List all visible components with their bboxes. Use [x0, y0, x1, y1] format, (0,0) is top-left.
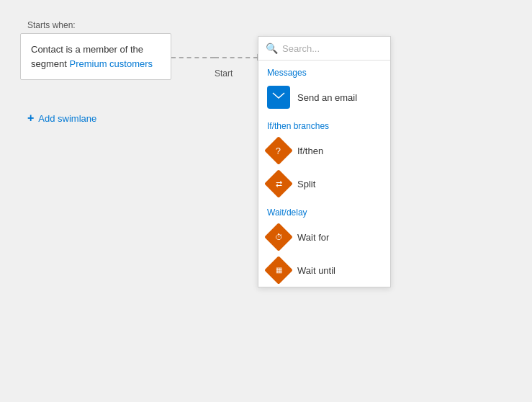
- section-messages-label: Messages: [258, 61, 390, 81]
- search-icon: 🔍: [266, 43, 278, 54]
- dashed-line: [171, 57, 215, 58]
- starts-when-label: Starts when:: [27, 20, 76, 30]
- search-input[interactable]: [282, 43, 403, 54]
- panel-content: Messages Send an email If/then branches …: [258, 61, 390, 287]
- add-swimlane-label: Add swimlane: [38, 113, 96, 124]
- trigger-box: Contact is a member of the segment Premi…: [20, 33, 171, 80]
- item-split[interactable]: ⇄ Split: [258, 167, 390, 200]
- split-icon: ⇄: [267, 172, 290, 195]
- search-bar: 🔍: [258, 37, 390, 61]
- add-swimlane-button[interactable]: + Add swimlane: [27, 112, 96, 125]
- start-label: Start: [215, 68, 233, 79]
- plus-icon: +: [27, 112, 34, 125]
- segment-link[interactable]: Premium customers: [69, 58, 153, 69]
- ifthen-label: If/then: [297, 146, 323, 156]
- wait-for-icon: ⏱: [267, 225, 290, 249]
- action-panel: 🔍 Messages Send an email If/then branche…: [258, 36, 391, 287]
- item-send-email[interactable]: Send an email: [258, 81, 390, 114]
- send-email-label: Send an email: [297, 92, 357, 103]
- wait-until-label: Wait until: [297, 265, 335, 276]
- email-icon: [267, 86, 290, 109]
- wait-until-icon: ▦: [267, 259, 290, 282]
- section-wait-label: Wait/delay: [258, 200, 390, 220]
- wait-for-label: Wait for: [297, 232, 329, 243]
- split-label: Split: [297, 179, 315, 189]
- dashed-line-2: [215, 57, 258, 58]
- item-wait-until[interactable]: ▦ Wait until: [258, 254, 390, 287]
- ifthen-icon: ?: [267, 139, 290, 162]
- section-ifthen-label: If/then branches: [258, 114, 390, 134]
- canvas: Starts when: Contact is a member of the …: [0, 0, 532, 402]
- item-wait-for[interactable]: ⏱ Wait for: [258, 220, 390, 254]
- item-ifthen[interactable]: ? If/then: [258, 134, 390, 167]
